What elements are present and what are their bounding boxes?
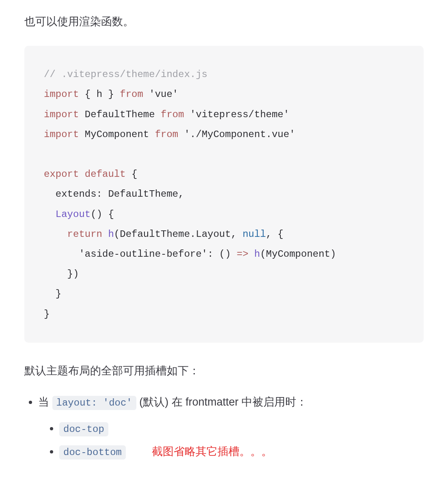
kw-default: default: [79, 169, 125, 180]
list-item: doc-bottom 截图省略其它插槽。。。: [59, 442, 424, 461]
intro-paragraph: 也可以使用渲染函数。: [24, 12, 424, 31]
outer-list: 当 layout: 'doc' (默认) 在 frontmatter 中被启用时…: [24, 393, 424, 462]
code-text: () {: [90, 209, 114, 220]
code-text: { h }: [79, 89, 120, 100]
inline-code-slot: doc-top: [59, 422, 108, 436]
kw-import: import: [44, 129, 79, 140]
code-arrow: =>: [237, 249, 248, 260]
code-text: extends: DefaultTheme,: [44, 189, 184, 200]
code-sp: [102, 229, 108, 240]
code-sp: [248, 249, 254, 260]
code-comment: // .vitepress/theme/index.js: [44, 69, 207, 80]
list-item: doc-top: [59, 419, 424, 438]
code-string: './MyComponent.vue': [178, 129, 295, 140]
code-text: (MyComponent): [260, 249, 336, 260]
code-indent: [44, 229, 67, 240]
kw-from: from: [120, 89, 143, 100]
inline-code-layout: layout: 'doc': [52, 396, 136, 410]
code-text: }: [44, 288, 61, 299]
code-func-h: h: [108, 229, 114, 240]
code-text: DefaultTheme: [79, 109, 161, 120]
list-item: 当 layout: 'doc' (默认) 在 frontmatter 中被启用时…: [38, 393, 424, 462]
code-string: 'aside-outline-before': [79, 249, 207, 260]
code-text: }: [44, 309, 50, 320]
code-string: 'vitepress/theme': [184, 109, 289, 120]
code-string: 'vue': [143, 89, 178, 100]
annotation-note: 截图省略其它插槽。。。: [152, 445, 272, 457]
code-null: null: [243, 229, 266, 240]
inline-code-slot: doc-bottom: [59, 445, 126, 460]
code-indent: [44, 209, 56, 220]
list-text-prefix: 当: [38, 396, 52, 408]
kw-import: import: [44, 109, 79, 120]
code-text: {: [126, 169, 138, 180]
code-text: (DefaultTheme.Layout,: [114, 229, 243, 240]
kw-from: from: [161, 109, 184, 120]
kw-from: from: [155, 129, 179, 140]
list-text-suffix: (默认) 在 frontmatter 中被启用时：: [136, 396, 308, 408]
kw-export: export: [44, 169, 79, 180]
slots-intro-paragraph: 默认主题布局的全部可用插槽如下：: [24, 361, 424, 380]
code-func-h: h: [254, 249, 260, 260]
code-block: // .vitepress/theme/index.js import { h …: [24, 46, 424, 342]
code-text: MyComponent: [79, 129, 155, 140]
kw-import: import: [44, 89, 79, 100]
code-func: Layout: [56, 209, 90, 220]
code-text: , {: [266, 229, 283, 240]
code-indent: [44, 249, 79, 260]
inner-list: doc-top doc-bottom 截图省略其它插槽。。。: [38, 419, 424, 462]
code-text: : (): [207, 249, 237, 260]
code-text: }): [44, 268, 79, 279]
kw-return: return: [67, 229, 102, 240]
